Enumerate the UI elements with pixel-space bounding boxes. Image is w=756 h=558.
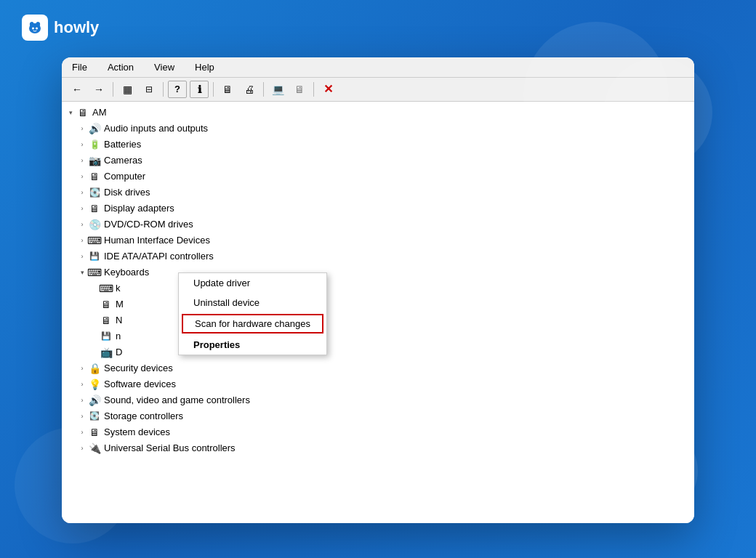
list-item[interactable]: › 💽 Disk drives [62,185,694,201]
system-icon: 🖥 [88,426,101,439]
list-item[interactable]: › 💾 IDE ATA/ATAPI controllers [62,248,694,264]
show-hide-button[interactable]: ▦ [118,81,137,98]
toolbar-separator-4 [263,82,264,97]
audio-icon: 🔊 [88,122,101,135]
expand-icon [88,331,100,342]
hid-label: Human Interface Devices [104,235,210,246]
list-item[interactable]: › 🔌 Universal Serial Bus controllers [62,440,694,456]
cameras-icon: 📷 [88,154,101,167]
connect-button[interactable]: 💻 [268,81,287,98]
list-item[interactable]: › 🔒 Security devices [62,360,694,376]
expand-icon: › [76,123,88,134]
usb-icon: 🔌 [88,442,101,455]
kb-sub-label-5: D [116,347,122,357]
kb-sub-label-2: M [116,299,124,310]
list-item[interactable]: › 🔋 Batteries [62,137,694,153]
menu-view[interactable]: View [150,60,179,74]
list-item[interactable]: › 💽 Storage controllers [62,408,694,424]
expand-icon [88,299,100,310]
expand-icon: › [76,139,88,150]
context-menu: Update driver Uninstall device Scan for … [178,272,327,355]
kb-sub-label-4: n [116,331,121,341]
context-menu-scan-hardware[interactable]: Scan for hardware changes [182,314,323,333]
toolbar-separator-1 [113,82,113,97]
back-button[interactable]: ← [68,81,87,98]
svg-point-3 [32,28,34,30]
list-item[interactable]: › 🖥 Display adapters [62,201,694,217]
list-item[interactable]: 🖥 N [62,312,694,328]
list-item[interactable]: 📺 D [62,344,694,360]
storage-icon: 💽 [88,410,101,423]
kb-sub-label-3: N [116,315,122,326]
help-button[interactable]: ? [168,81,187,98]
properties-button[interactable]: ⊟ [140,81,158,98]
expand-icon [88,315,100,326]
expand-icon: › [76,171,88,182]
ide-label: IDE ATA/ATAPI controllers [104,251,214,262]
kb-sub-icon-5: 📺 [100,346,113,359]
sound-icon: 🔊 [88,394,101,407]
print-button[interactable]: 🖨 [240,81,259,98]
menu-file[interactable]: File [68,60,92,74]
batteries-label: Batteries [104,139,141,150]
keyboards-icon: ⌨ [88,266,101,279]
display-label: Display adapters [104,203,174,214]
toolbar-separator-3 [213,82,214,97]
menu-action[interactable]: Action [103,60,138,74]
disk-icon: 💽 [88,186,101,199]
list-item[interactable]: › 🖥 System devices [62,424,694,440]
security-icon: 🔒 [88,362,101,375]
expand-icon: › [76,379,88,390]
audio-label: Audio inputs and outputs [104,123,208,134]
list-item[interactable]: › 🖥 Computer [62,169,694,185]
expand-icon: › [76,187,88,198]
list-item[interactable]: › 💿 DVD/CD-ROM drives [62,217,694,232]
context-menu-update-driver[interactable]: Update driver [179,273,326,293]
context-menu-uninstall-device[interactable]: Uninstall device [179,293,326,312]
software-label: Software devices [104,379,176,389]
toolbar-separator-5 [313,82,314,97]
toolbar-separator-2 [163,82,164,97]
scan-button[interactable]: 🖥 [218,81,237,98]
kb-sub-icon-2: 🖥 [100,298,113,311]
list-item[interactable]: › 🔊 Sound, video and game controllers [62,392,694,408]
expand-icon: › [76,442,88,454]
keyboards-item[interactable]: ▾ ⌨ Keyboards [62,264,694,280]
root-icon: 🖥 [76,106,89,119]
kb-sub-label-1: k [116,283,121,294]
list-item[interactable]: › 📷 Cameras [62,153,694,169]
ide-icon: 💾 [88,250,101,263]
info-button[interactable]: ℹ [190,81,209,98]
disconnect-button[interactable]: 🖥 [290,81,309,98]
dvd-label: DVD/CD-ROM drives [104,219,193,230]
list-item[interactable]: ⌨ k [62,280,694,296]
device-tree[interactable]: ▾ 🖥 AM › 🔊 Audio inputs and outputs › 🔋 … [62,102,694,523]
forward-button[interactable]: → [89,81,108,98]
expand-icon: › [76,395,88,406]
list-item[interactable]: › ⌨ Human Interface Devices [62,232,694,248]
uninstall-button[interactable]: ✕ [318,81,337,98]
system-label: System devices [104,426,170,437]
sound-label: Sound, video and game controllers [104,395,250,405]
keyboards-expand-icon: ▾ [76,267,88,278]
expand-icon: › [76,155,88,166]
usb-label: Universal Serial Bus controllers [104,442,236,453]
disk-label: Disk drives [104,187,150,198]
svg-point-4 [36,28,38,30]
list-item[interactable]: › 🔊 Audio inputs and outputs [62,121,694,137]
expand-icon: › [76,251,88,262]
display-icon: 🖥 [88,202,101,215]
kb-sub-icon-1: ⌨ [100,282,113,295]
menu-help[interactable]: Help [190,60,219,74]
kb-sub-icon-4: 💾 [100,330,113,343]
root-expand-icon: ▾ [65,107,76,118]
list-item[interactable]: 💾 n [62,328,694,344]
context-menu-properties[interactable]: Properties [179,335,326,355]
list-item[interactable]: 🖥 M [62,296,694,312]
dvd-icon: 💿 [88,218,101,231]
content-area: ▾ 🖥 AM › 🔊 Audio inputs and outputs › 🔋 … [62,102,694,523]
list-item[interactable]: › 💡 Software devices [62,376,694,392]
expand-icon: › [76,426,88,438]
tree-root[interactable]: ▾ 🖥 AM [62,105,694,121]
expand-icon: › [76,235,88,246]
